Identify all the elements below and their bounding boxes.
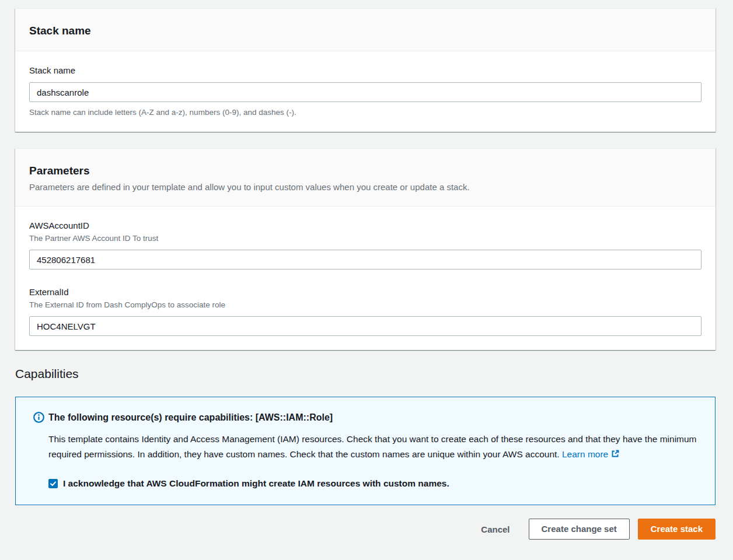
acknowledge-row[interactable]: I acknowledge that AWS CloudFormation mi… <box>48 477 699 489</box>
param-field-externalid: ExternalId The External ID from Dash Com… <box>29 286 701 336</box>
learn-more-link[interactable]: Learn more <box>562 449 620 459</box>
external-link-icon <box>610 449 620 459</box>
param-awsaccountid-label: AWSAccountID <box>29 219 701 232</box>
cancel-button[interactable]: Cancel <box>481 524 509 534</box>
create-stack-page: Stack name Stack name Stack name can inc… <box>0 0 733 560</box>
stack-name-card-header: Stack name <box>15 9 715 51</box>
stack-name-card: Stack name Stack name Stack name can inc… <box>15 8 715 132</box>
alert-title: The following resource(s) require capabi… <box>48 411 333 424</box>
stack-name-input[interactable] <box>29 82 701 102</box>
param-awsaccountid-input[interactable] <box>29 250 701 270</box>
parameters-card: Parameters Parameters are defined in you… <box>15 148 715 350</box>
create-stack-button[interactable]: Create stack <box>638 519 715 540</box>
stack-name-card-body: Stack name Stack name can include letter… <box>15 51 715 132</box>
parameters-card-description: Parameters are defined in your template … <box>29 181 701 193</box>
info-icon <box>33 412 44 423</box>
parameters-card-header: Parameters Parameters are defined in you… <box>15 149 715 206</box>
param-field-awsaccountid: AWSAccountID The Partner AWS Account ID … <box>29 219 701 270</box>
parameters-card-title: Parameters <box>29 164 701 178</box>
param-awsaccountid-description: The Partner AWS Account ID To trust <box>29 233 701 244</box>
parameters-card-body: AWSAccountID The Partner AWS Account ID … <box>15 206 715 350</box>
acknowledge-label: I acknowledge that AWS CloudFormation mi… <box>63 477 449 489</box>
checkmark-icon <box>50 480 57 487</box>
footer-actions: Cancel Create change set Create stack <box>15 519 715 540</box>
param-externalid-label: ExternalId <box>29 286 701 298</box>
stack-name-hint: Stack name can include letters (A-Z and … <box>29 107 701 118</box>
capabilities-alert: The following resource(s) require capabi… <box>15 397 715 505</box>
create-change-set-button[interactable]: Create change set <box>529 519 630 540</box>
param-externalid-input[interactable] <box>29 316 701 336</box>
acknowledge-checkbox[interactable] <box>48 479 58 488</box>
param-externalid-description: The External ID from Dash ComplyOps to a… <box>29 300 701 310</box>
capabilities-heading: Capabilities <box>15 366 715 382</box>
alert-title-row: The following resource(s) require capabi… <box>33 411 699 424</box>
alert-content: This template contains Identity and Acce… <box>48 432 699 489</box>
stack-name-card-title: Stack name <box>29 24 701 38</box>
stack-name-label: Stack name <box>29 64 701 76</box>
learn-more-label: Learn more <box>562 449 608 459</box>
alert-body-text: This template contains Identity and Acce… <box>48 432 699 462</box>
